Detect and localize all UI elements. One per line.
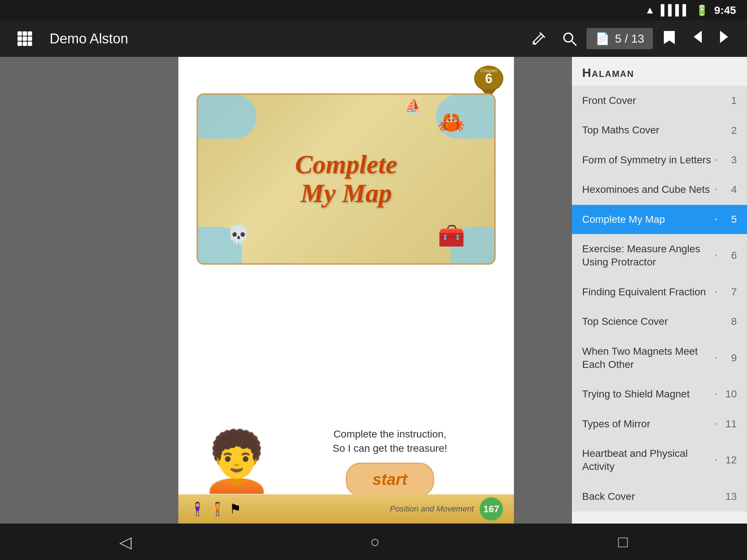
status-time: 9:45 — [714, 4, 736, 16]
boat-decoration: ⛵ — [405, 98, 421, 114]
toc-dot-5: • — [715, 216, 717, 223]
toc-num-9: 9 — [724, 352, 737, 364]
panel-title: Halaman — [582, 66, 737, 80]
svg-rect-1 — [23, 31, 27, 36]
toc-item-name-8: Top Science Cover — [582, 315, 713, 328]
page-indicator: 📄 5 / 13 — [587, 28, 653, 49]
toc-item-5[interactable]: Complete My Map•5 — [572, 205, 747, 234]
toc-item-name-5: Complete My Map — [582, 213, 711, 226]
toc-num-1: 1 — [724, 95, 737, 106]
crab-decoration: 🦀 — [438, 109, 465, 135]
recent-nav-button[interactable]: □ — [604, 529, 643, 555]
toc-item-6[interactable]: Exercise: Measure Angles Using Protracto… — [572, 234, 747, 277]
svg-rect-8 — [28, 42, 32, 46]
chest-decoration: 🧰 — [438, 223, 465, 249]
toc-num-3: 3 — [724, 154, 737, 166]
toc-item-13[interactable]: Back Cover13 — [572, 482, 747, 512]
svg-rect-4 — [23, 36, 27, 41]
toc-num-11: 11 — [724, 418, 737, 430]
map-scroll-title: CompleteMy Map — [295, 150, 397, 208]
prev-page-button[interactable] — [686, 26, 709, 52]
left-panel — [0, 57, 120, 524]
svg-rect-5 — [28, 36, 32, 41]
toc-item-4[interactable]: Hexominoes and Cube Nets•4 — [572, 175, 747, 205]
skull-decoration: 💀 — [227, 224, 250, 245]
toc-dot-7: • — [715, 289, 717, 295]
back-nav-button[interactable]: ◁ — [105, 529, 146, 555]
toc-num-10: 10 — [724, 388, 737, 400]
toc-item-9[interactable]: When Two Magnets Meet Each Other•9 — [572, 337, 747, 380]
toc-dot-9: • — [715, 355, 717, 361]
svg-rect-0 — [18, 31, 22, 36]
app-title: Demo Alston — [50, 31, 128, 47]
panel-header: Halaman — [572, 57, 747, 86]
svg-line-13 — [572, 41, 576, 46]
svg-point-12 — [564, 33, 573, 42]
toc-num-8: 8 — [724, 316, 737, 327]
toc-item-1[interactable]: Front Cover1 — [572, 86, 747, 116]
svg-text:6: 6 — [485, 71, 492, 86]
toc-item-name-7: Finding Equivalent Fraction — [582, 285, 711, 299]
signal-icon: ▌▌▌▌ — [661, 4, 690, 16]
toc-item-name-12: Heartbeat and Physical Activity — [582, 447, 711, 474]
toc-dot-11: • — [715, 421, 717, 427]
page-title-text: CompleteMy Map — [295, 150, 397, 208]
toc-item-name-10: Trying to Shield Magnet — [582, 388, 711, 401]
grid-menu-button[interactable] — [11, 27, 39, 50]
bottom-page-label: Position and Movement — [390, 504, 474, 514]
page-fraction: 5 / 13 — [615, 32, 644, 46]
toc-item-10[interactable]: Trying to Shield Magnet•10 — [572, 380, 747, 409]
map-scroll: ⛵ 🦀 💀 🧰 CompleteMy Map — [197, 93, 496, 265]
svg-rect-2 — [28, 31, 32, 36]
book-page: Chapter 6 ⛵ 🦀 💀 🧰 CompleteM — [178, 57, 514, 524]
status-bar: ▲ ▌▌▌▌ 🔋 9:45 — [0, 0, 747, 20]
toc-item-8[interactable]: Top Science Cover8 — [572, 307, 747, 337]
toc-item-name-11: Types of Mirror — [582, 417, 711, 431]
toc-item-2[interactable]: Top Maths Cover2 — [572, 116, 747, 145]
toc-item-name-2: Top Maths Cover — [582, 124, 713, 137]
toc-num-13: 13 — [724, 491, 737, 502]
toc-num-6: 6 — [724, 250, 737, 261]
main-content: Chapter 6 ⛵ 🦀 💀 🧰 CompleteM — [0, 57, 747, 524]
next-page-button[interactable] — [713, 26, 736, 52]
toc-dot-12: • — [715, 457, 717, 463]
toc-item-3[interactable]: Form of Symmetry in Letters•3 — [572, 145, 747, 175]
toc-dot-10: • — [715, 391, 717, 397]
toc-num-7: 7 — [724, 286, 737, 298]
toc-item-name-1: Front Cover — [582, 94, 713, 107]
svg-rect-7 — [23, 42, 27, 46]
home-nav-button[interactable]: ○ — [355, 529, 394, 555]
toc-item-7[interactable]: Finding Equivalent Fraction•7 — [572, 277, 747, 307]
toc-num-4: 4 — [724, 184, 737, 195]
toc-item-name-13: Back Cover — [582, 490, 713, 503]
page-number-badge: 167 — [480, 497, 503, 521]
toc-num-2: 2 — [724, 125, 737, 136]
toc-item-name-9: When Two Magnets Meet Each Other — [582, 345, 711, 372]
toc-item-name-3: Form of Symmetry in Letters — [582, 153, 711, 167]
toc-dot-4: • — [715, 186, 717, 193]
edit-button[interactable] — [525, 27, 552, 50]
svg-rect-6 — [18, 42, 22, 46]
start-button[interactable]: start — [346, 463, 434, 496]
search-button[interactable] — [556, 27, 583, 50]
svg-rect-3 — [18, 36, 22, 41]
battery-icon: 🔋 — [696, 4, 708, 16]
page-doc-icon: 📄 — [595, 32, 610, 46]
toc-item-12[interactable]: Heartbeat and Physical Activity•12 — [572, 439, 747, 482]
toc-dot-6: • — [715, 252, 717, 259]
toc-item-11[interactable]: Types of Mirror•11 — [572, 409, 747, 439]
toc-num-5: 5 — [724, 214, 737, 225]
toc-item-name-6: Exercise: Measure Angles Using Protracto… — [582, 242, 711, 269]
sandy-ground: 🧍‍♀️ 🧍 ⚑ Position and Movement 167 — [178, 494, 514, 524]
nav-bar: ◁ ○ □ — [0, 524, 747, 560]
app-bar: Demo Alston 📄 5 / 13 — [0, 20, 747, 57]
toc-item-name-4: Hexominoes and Cube Nets — [582, 183, 711, 196]
right-panel: Halaman Front Cover1Top Maths Cover2Form… — [572, 57, 747, 524]
book-area: Chapter 6 ⛵ 🦀 💀 🧰 CompleteM — [120, 57, 572, 524]
instruction-area: Complete the instruction,So I can get th… — [288, 427, 492, 496]
toc-dot-3: • — [715, 157, 717, 163]
bookmark-button[interactable] — [657, 26, 682, 52]
toc-num-12: 12 — [724, 454, 737, 466]
toc-list: Front Cover1Top Maths Cover2Form of Symm… — [572, 86, 747, 524]
ground-figures: 🧍‍♀️ 🧍 ⚑ — [189, 501, 241, 517]
